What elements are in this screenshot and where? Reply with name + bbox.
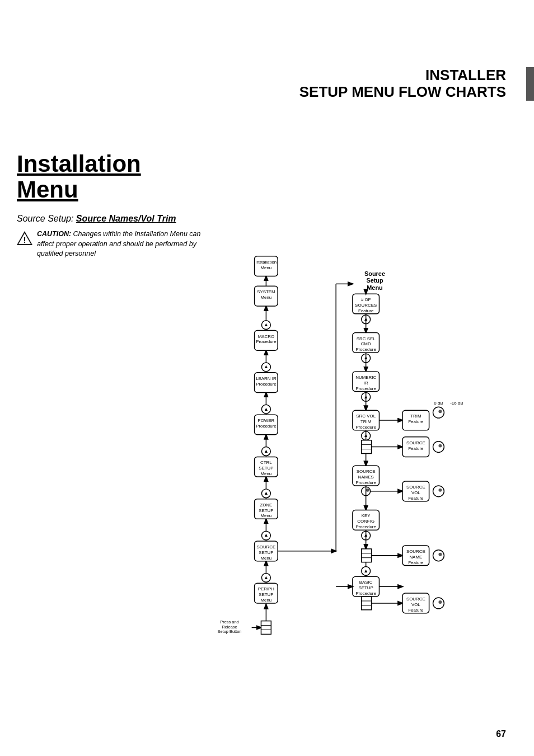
svg-text:SETUP: SETUP [358, 585, 373, 590]
svg-text:Menu: Menu [260, 265, 271, 270]
svg-text:Menu: Menu [367, 284, 382, 291]
svg-point-128 [366, 489, 369, 492]
svg-text:Feature: Feature [408, 496, 424, 501]
svg-text:MACRO: MACRO [258, 334, 274, 339]
svg-text:ZONE: ZONE [260, 503, 272, 508]
svg-text:Feature: Feature [408, 446, 424, 451]
svg-text:▲: ▲ [264, 322, 269, 327]
svg-text:SETUP: SETUP [259, 508, 273, 513]
svg-text:Procedure: Procedure [256, 339, 277, 344]
svg-text:TRIM: TRIM [360, 419, 371, 424]
svg-text:▲: ▲ [264, 575, 269, 580]
svg-point-120 [433, 442, 444, 453]
flowchart-svg: .box { fill: #fff; stroke: #000; stroke-… [174, 129, 521, 716]
svg-text:Procedure: Procedure [256, 382, 277, 387]
svg-text:Procedure: Procedure [355, 425, 376, 430]
svg-text:# OF: # OF [361, 297, 371, 302]
svg-text:VOL: VOL [411, 602, 420, 607]
svg-text:IR: IR [364, 381, 368, 386]
svg-text:▲: ▲ [264, 406, 269, 412]
svg-text:BASIC: BASIC [359, 580, 373, 585]
svg-point-108 [438, 410, 442, 413]
svg-point-121 [438, 444, 442, 448]
svg-text:Setup: Setup [366, 277, 383, 284]
svg-text:KEY: KEY [362, 513, 371, 518]
svg-text:Procedure: Procedure [355, 386, 376, 391]
svg-point-169 [433, 598, 444, 609]
svg-text:Feature: Feature [358, 308, 374, 313]
svg-text:Procedure: Procedure [355, 347, 376, 352]
svg-text:Procedure: Procedure [355, 480, 376, 485]
svg-text:SRC SEL: SRC SEL [357, 336, 376, 341]
caution-icon: ! [17, 231, 32, 246]
svg-text:POWER: POWER [257, 418, 274, 423]
page-number: 67 [496, 729, 506, 739]
svg-text:SOURCE: SOURCE [406, 485, 425, 490]
svg-text:SOURCE: SOURCE [256, 544, 275, 550]
svg-text:Menu: Menu [260, 598, 271, 603]
svg-rect-146 [362, 549, 372, 562]
svg-text:SOURCE: SOURCE [406, 597, 425, 602]
title-bar-accent [526, 67, 534, 101]
svg-point-135 [433, 486, 444, 497]
svg-text:Procedure: Procedure [256, 424, 277, 429]
svg-text:CONFIG: CONFIG [357, 519, 374, 524]
svg-text:!: ! [23, 235, 26, 245]
svg-text:Menu: Menu [260, 513, 271, 518]
svg-text:▲: ▲ [264, 448, 269, 454]
svg-text:▲: ▲ [264, 364, 269, 369]
svg-text:SOURCES: SOURCES [355, 303, 377, 308]
svg-text:Procedure: Procedure [355, 524, 376, 529]
svg-text:SOURCE: SOURCE [406, 440, 425, 445]
sub-heading-bold: Source Names/Vol Trim [76, 214, 176, 223]
svg-point-136 [438, 489, 442, 492]
svg-text:Menu: Menu [260, 295, 271, 300]
svg-text:-16 dB: -16 dB [450, 401, 463, 406]
svg-text:Feature: Feature [408, 419, 424, 424]
page-title: INSTALLER SETUP MENU FLOW CHARTS [299, 67, 517, 101]
svg-text:SETUP: SETUP [259, 592, 273, 597]
svg-text:SOURCE: SOURCE [357, 469, 376, 474]
svg-point-155 [438, 553, 442, 556]
svg-text:Menu: Menu [260, 556, 271, 561]
svg-rect-113 [362, 440, 372, 454]
svg-text:▲: ▲ [363, 568, 368, 574]
svg-text:SYSTEM: SYSTEM [257, 289, 275, 294]
svg-text:VOL: VOL [411, 490, 420, 495]
svg-text:SRC VOL: SRC VOL [356, 414, 376, 419]
svg-text:SETUP: SETUP [259, 550, 273, 555]
svg-rect-6 [261, 621, 271, 635]
svg-rect-161 [362, 597, 372, 610]
svg-text:Procedure: Procedure [355, 591, 376, 596]
svg-text:NAMES: NAMES [358, 475, 374, 480]
svg-text:Feature: Feature [408, 608, 424, 613]
svg-text:SETUP: SETUP [259, 466, 273, 471]
svg-text:SOURCE: SOURCE [406, 549, 425, 554]
svg-text:Menu: Menu [260, 471, 271, 476]
svg-point-154 [433, 550, 444, 561]
svg-text:Source: Source [364, 270, 385, 277]
svg-text:NUMERIC: NUMERIC [355, 375, 376, 380]
svg-text:Feature: Feature [408, 560, 424, 565]
svg-text:CTRL: CTRL [260, 460, 272, 465]
svg-text:TRIM: TRIM [410, 414, 421, 419]
title-block: INSTALLER SETUP MENU FLOW CHARTS [299, 67, 517, 101]
svg-text:Release: Release [222, 624, 237, 630]
svg-point-170 [438, 600, 442, 604]
svg-text:LEARN IR: LEARN IR [256, 376, 277, 381]
svg-point-107 [433, 407, 444, 418]
flowchart-area: .box { fill: #fff; stroke: #000; stroke-… [174, 129, 521, 716]
svg-text:Setup Button: Setup Button [218, 629, 242, 634]
svg-text:PERIPH: PERIPH [258, 586, 275, 591]
svg-text:0 dB: 0 dB [434, 401, 443, 406]
svg-text:▲: ▲ [264, 490, 269, 496]
svg-text:NAME: NAME [409, 555, 422, 560]
svg-text:Press and: Press and [220, 619, 238, 624]
svg-text:CMD: CMD [361, 341, 371, 346]
svg-text:Installation: Installation [255, 260, 277, 265]
svg-text:▲: ▲ [264, 532, 269, 538]
